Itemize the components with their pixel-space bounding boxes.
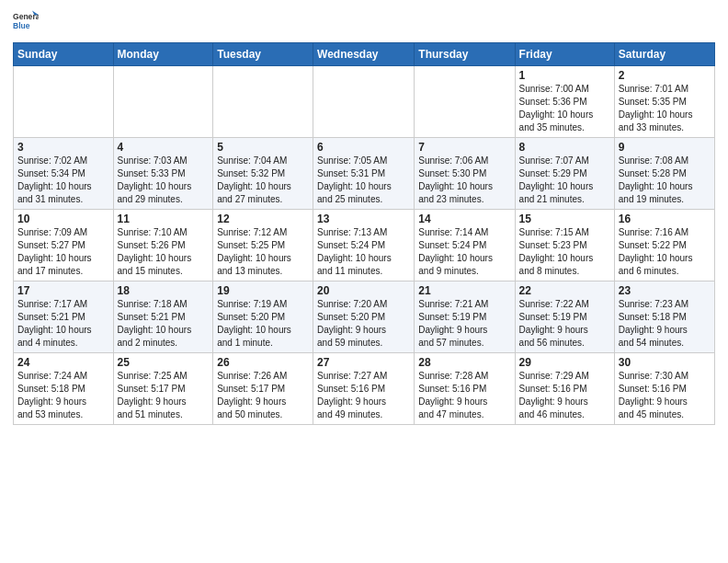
day-info: Sunrise: 7:18 AM Sunset: 5:21 PM Dayligh… — [118, 298, 210, 350]
weekday-header-sunday: Sunday — [14, 43, 114, 66]
calendar-cell-5-1: 24Sunrise: 7:24 AM Sunset: 5:18 PM Dayli… — [14, 353, 114, 425]
day-info: Sunrise: 7:03 AM Sunset: 5:33 PM Dayligh… — [118, 155, 210, 206]
day-info: Sunrise: 7:00 AM Sunset: 5:36 PM Dayligh… — [519, 83, 610, 134]
day-number: 23 — [619, 284, 711, 297]
day-info: Sunrise: 7:23 AM Sunset: 5:18 PM Dayligh… — [619, 298, 711, 350]
day-info: Sunrise: 7:20 AM Sunset: 5:20 PM Dayligh… — [317, 298, 410, 350]
calendar-cell-1-4 — [313, 66, 415, 138]
weekday-header-saturday: Saturday — [614, 43, 714, 66]
calendar-week-row-5: 24Sunrise: 7:24 AM Sunset: 5:18 PM Dayli… — [14, 353, 715, 425]
day-number: 30 — [619, 356, 711, 369]
day-info: Sunrise: 7:28 AM Sunset: 5:16 PM Dayligh… — [418, 370, 510, 421]
calendar-cell-5-5: 28Sunrise: 7:28 AM Sunset: 5:16 PM Dayli… — [415, 353, 515, 425]
calendar-week-row-2: 3Sunrise: 7:02 AM Sunset: 5:34 PM Daylig… — [14, 138, 715, 210]
day-number: 10 — [17, 213, 109, 225]
day-info: Sunrise: 7:08 AM Sunset: 5:28 PM Dayligh… — [619, 155, 711, 206]
day-info: Sunrise: 7:17 AM Sunset: 5:21 PM Dayligh… — [17, 298, 109, 350]
day-number: 16 — [619, 213, 711, 225]
day-number: 2 — [619, 69, 711, 82]
day-info: Sunrise: 7:04 AM Sunset: 5:32 PM Dayligh… — [217, 155, 309, 206]
day-number: 20 — [317, 284, 410, 297]
weekday-header-row: SundayMondayTuesdayWednesdayThursdayFrid… — [14, 43, 715, 66]
calendar-cell-4-5: 21Sunrise: 7:21 AM Sunset: 5:19 PM Dayli… — [415, 282, 515, 353]
calendar-cell-1-1 — [14, 66, 114, 138]
day-number: 26 — [217, 356, 309, 369]
day-info: Sunrise: 7:27 AM Sunset: 5:16 PM Dayligh… — [317, 370, 410, 421]
day-number: 8 — [519, 141, 610, 154]
day-info: Sunrise: 7:30 AM Sunset: 5:16 PM Dayligh… — [619, 370, 711, 421]
day-number: 6 — [317, 141, 410, 154]
calendar-cell-5-4: 27Sunrise: 7:27 AM Sunset: 5:16 PM Dayli… — [313, 353, 415, 425]
calendar-cell-3-2: 11Sunrise: 7:10 AM Sunset: 5:26 PM Dayli… — [113, 210, 213, 282]
calendar-cell-1-5 — [415, 66, 515, 138]
day-info: Sunrise: 7:29 AM Sunset: 5:16 PM Dayligh… — [519, 370, 610, 421]
calendar-cell-2-6: 8Sunrise: 7:07 AM Sunset: 5:29 PM Daylig… — [515, 138, 614, 210]
day-info: Sunrise: 7:02 AM Sunset: 5:34 PM Dayligh… — [17, 155, 109, 206]
day-info: Sunrise: 7:09 AM Sunset: 5:27 PM Dayligh… — [17, 226, 109, 278]
day-info: Sunrise: 7:07 AM Sunset: 5:29 PM Dayligh… — [519, 155, 610, 206]
calendar-cell-3-4: 13Sunrise: 7:13 AM Sunset: 5:24 PM Dayli… — [313, 210, 415, 282]
svg-text:Blue: Blue — [13, 21, 30, 30]
day-number: 17 — [17, 284, 109, 297]
weekday-header-wednesday: Wednesday — [313, 43, 415, 66]
day-info: Sunrise: 7:26 AM Sunset: 5:17 PM Dayligh… — [217, 370, 309, 421]
day-info: Sunrise: 7:19 AM Sunset: 5:20 PM Dayligh… — [217, 298, 309, 350]
calendar-cell-2-2: 4Sunrise: 7:03 AM Sunset: 5:33 PM Daylig… — [113, 138, 213, 210]
day-number: 11 — [118, 213, 210, 225]
logo: General Blue — [13, 9, 39, 35]
day-info: Sunrise: 7:05 AM Sunset: 5:31 PM Dayligh… — [317, 155, 410, 206]
calendar-cell-1-2 — [113, 66, 213, 138]
day-number: 29 — [519, 356, 610, 369]
day-info: Sunrise: 7:06 AM Sunset: 5:30 PM Dayligh… — [418, 155, 510, 206]
day-info: Sunrise: 7:15 AM Sunset: 5:23 PM Dayligh… — [519, 226, 610, 278]
calendar-cell-4-3: 19Sunrise: 7:19 AM Sunset: 5:20 PM Dayli… — [213, 282, 313, 353]
calendar-cell-4-6: 22Sunrise: 7:22 AM Sunset: 5:19 PM Dayli… — [515, 282, 614, 353]
calendar-cell-1-7: 2Sunrise: 7:01 AM Sunset: 5:35 PM Daylig… — [614, 66, 714, 138]
day-number: 15 — [519, 213, 610, 225]
calendar-cell-2-7: 9Sunrise: 7:08 AM Sunset: 5:28 PM Daylig… — [614, 138, 714, 210]
day-number: 5 — [217, 141, 309, 154]
day-info: Sunrise: 7:22 AM Sunset: 5:19 PM Dayligh… — [519, 298, 610, 350]
day-number: 1 — [519, 69, 610, 82]
calendar-cell-5-6: 29Sunrise: 7:29 AM Sunset: 5:16 PM Dayli… — [515, 353, 614, 425]
day-number: 27 — [317, 356, 410, 369]
calendar-cell-2-3: 5Sunrise: 7:04 AM Sunset: 5:32 PM Daylig… — [213, 138, 313, 210]
day-number: 22 — [519, 284, 610, 297]
calendar-cell-1-6: 1Sunrise: 7:00 AM Sunset: 5:36 PM Daylig… — [515, 66, 614, 138]
calendar-cell-4-2: 18Sunrise: 7:18 AM Sunset: 5:21 PM Dayli… — [113, 282, 213, 353]
calendar-week-row-4: 17Sunrise: 7:17 AM Sunset: 5:21 PM Dayli… — [14, 282, 715, 353]
calendar-cell-3-6: 15Sunrise: 7:15 AM Sunset: 5:23 PM Dayli… — [515, 210, 614, 282]
day-info: Sunrise: 7:10 AM Sunset: 5:26 PM Dayligh… — [118, 226, 210, 278]
calendar-cell-3-1: 10Sunrise: 7:09 AM Sunset: 5:27 PM Dayli… — [14, 210, 114, 282]
calendar-week-row-1: 1Sunrise: 7:00 AM Sunset: 5:36 PM Daylig… — [14, 66, 715, 138]
calendar-cell-4-4: 20Sunrise: 7:20 AM Sunset: 5:20 PM Dayli… — [313, 282, 415, 353]
calendar-cell-5-2: 25Sunrise: 7:25 AM Sunset: 5:17 PM Dayli… — [113, 353, 213, 425]
day-number: 12 — [217, 213, 309, 225]
calendar-cell-2-1: 3Sunrise: 7:02 AM Sunset: 5:34 PM Daylig… — [14, 138, 114, 210]
day-number: 28 — [418, 356, 510, 369]
day-info: Sunrise: 7:12 AM Sunset: 5:25 PM Dayligh… — [217, 226, 309, 278]
day-info: Sunrise: 7:13 AM Sunset: 5:24 PM Dayligh… — [317, 226, 410, 278]
weekday-header-friday: Friday — [515, 43, 614, 66]
header: General Blue — [13, 9, 715, 35]
calendar-cell-2-5: 7Sunrise: 7:06 AM Sunset: 5:30 PM Daylig… — [415, 138, 515, 210]
day-info: Sunrise: 7:14 AM Sunset: 5:24 PM Dayligh… — [418, 226, 510, 278]
day-number: 7 — [418, 141, 510, 154]
calendar-cell-5-7: 30Sunrise: 7:30 AM Sunset: 5:16 PM Dayli… — [614, 353, 714, 425]
weekday-header-thursday: Thursday — [415, 43, 515, 66]
calendar-cell-1-3 — [213, 66, 313, 138]
calendar-cell-5-3: 26Sunrise: 7:26 AM Sunset: 5:17 PM Dayli… — [213, 353, 313, 425]
day-number: 4 — [118, 141, 210, 154]
calendar-cell-3-7: 16Sunrise: 7:16 AM Sunset: 5:22 PM Dayli… — [614, 210, 714, 282]
calendar-cell-3-3: 12Sunrise: 7:12 AM Sunset: 5:25 PM Dayli… — [213, 210, 313, 282]
calendar-cell-2-4: 6Sunrise: 7:05 AM Sunset: 5:31 PM Daylig… — [313, 138, 415, 210]
day-info: Sunrise: 7:01 AM Sunset: 5:35 PM Dayligh… — [619, 83, 711, 134]
calendar-cell-4-1: 17Sunrise: 7:17 AM Sunset: 5:21 PM Dayli… — [14, 282, 114, 353]
day-info: Sunrise: 7:24 AM Sunset: 5:18 PM Dayligh… — [17, 370, 109, 421]
day-number: 14 — [418, 213, 510, 225]
day-info: Sunrise: 7:16 AM Sunset: 5:22 PM Dayligh… — [619, 226, 711, 278]
day-info: Sunrise: 7:21 AM Sunset: 5:19 PM Dayligh… — [418, 298, 510, 350]
day-number: 25 — [118, 356, 210, 369]
calendar-week-row-3: 10Sunrise: 7:09 AM Sunset: 5:27 PM Dayli… — [14, 210, 715, 282]
day-number: 3 — [17, 141, 109, 154]
